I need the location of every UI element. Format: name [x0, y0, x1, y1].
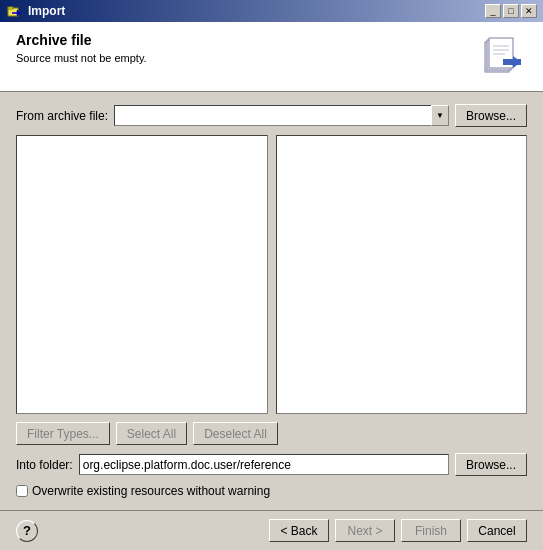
dialog-body: Archive file Source must not be empty. F [0, 22, 543, 550]
maximize-button[interactable]: □ [503, 4, 519, 18]
from-archive-select[interactable] [114, 105, 449, 126]
select-all-button[interactable]: Select All [116, 422, 187, 445]
close-button[interactable]: ✕ [521, 4, 537, 18]
overwrite-row: Overwrite existing resources without war… [16, 484, 527, 498]
header-title: Archive file [16, 32, 479, 48]
bottom-buttons: ? < Back Next > Finish Cancel [0, 510, 543, 550]
into-folder-input[interactable] [79, 454, 449, 475]
overwrite-checkbox[interactable] [16, 485, 28, 497]
dialog-title: Import [28, 4, 485, 18]
archive-select-wrapper: ▼ [114, 105, 449, 126]
cancel-button[interactable]: Cancel [467, 519, 527, 542]
minimize-button[interactable]: _ [485, 4, 501, 18]
into-folder-label: Into folder: [16, 458, 73, 472]
browse-folder-button[interactable]: Browse... [455, 453, 527, 476]
browse-archive-button[interactable]: Browse... [455, 104, 527, 127]
title-bar-icon [6, 3, 22, 19]
header-section: Archive file Source must not be empty. [0, 22, 543, 92]
help-button[interactable]: ? [16, 520, 38, 542]
title-bar-buttons: _ □ ✕ [485, 4, 537, 18]
content-section: From archive file: ▼ Browse... Filter Ty… [0, 92, 543, 510]
from-archive-label: From archive file: [16, 109, 108, 123]
file-lists-row [16, 135, 527, 414]
finish-button[interactable]: Finish [401, 519, 461, 542]
into-folder-row: Into folder: Browse... [16, 453, 527, 476]
bottom-right-buttons: < Back Next > Finish Cancel [269, 519, 527, 542]
left-file-list[interactable] [16, 135, 268, 414]
svg-rect-1 [8, 7, 13, 9]
import-icon [479, 32, 527, 80]
title-bar: Import _ □ ✕ [0, 0, 543, 22]
back-button[interactable]: < Back [269, 519, 329, 542]
svg-rect-11 [503, 59, 521, 65]
overwrite-label: Overwrite existing resources without war… [32, 484, 270, 498]
deselect-all-button[interactable]: Deselect All [193, 422, 278, 445]
header-subtitle: Source must not be empty. [16, 52, 479, 64]
filter-types-button[interactable]: Filter Types... [16, 422, 110, 445]
header-text: Archive file Source must not be empty. [16, 32, 479, 64]
filter-buttons-row: Filter Types... Select All Deselect All [16, 422, 527, 445]
next-button[interactable]: Next > [335, 519, 395, 542]
right-file-list[interactable] [276, 135, 528, 414]
from-archive-row: From archive file: ▼ Browse... [16, 104, 527, 127]
